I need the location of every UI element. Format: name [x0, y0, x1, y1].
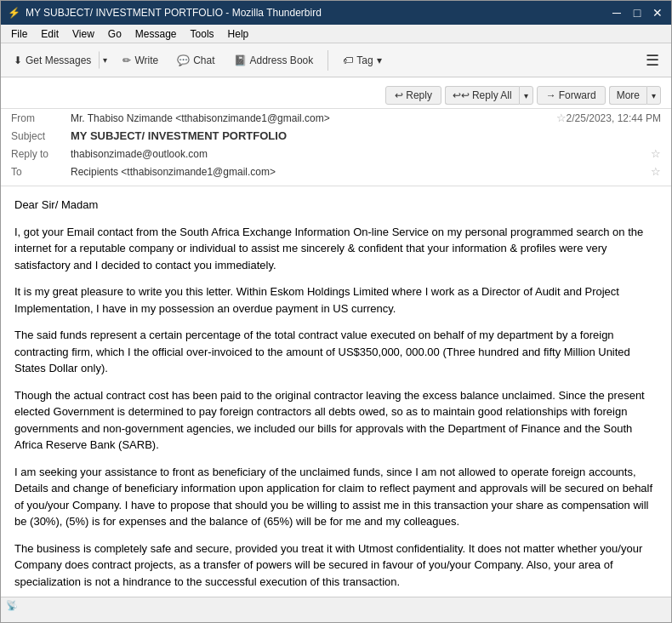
reply-all-label: Reply All: [472, 89, 512, 101]
more-label: More: [617, 89, 640, 101]
chat-button[interactable]: 💬 Chat: [169, 50, 222, 71]
get-messages-icon: ⬇: [14, 54, 22, 66]
from-row: From Mr. Thabiso Nzimande <tthabisonzima…: [1, 109, 671, 127]
menu-view[interactable]: View: [65, 26, 101, 42]
window-title: MY SUBJECT/ INVESTMENT PORTFOLIO - Mozil…: [26, 7, 322, 19]
email-paragraph: I am seeking your assistance to front as…: [14, 464, 658, 530]
address-book-icon: 📓: [234, 54, 247, 66]
reply-button[interactable]: ↩ Reply: [385, 86, 441, 105]
chat-icon: 💬: [177, 54, 190, 66]
forward-icon: →: [546, 89, 556, 101]
app-icon: ⚡: [8, 7, 20, 19]
from-star-icon[interactable]: ☆: [556, 111, 567, 124]
status-icon: 📡: [6, 600, 18, 611]
subject-label: Subject: [11, 130, 71, 142]
reply-to-label: Reply to: [11, 148, 71, 160]
minimize-button[interactable]: ─: [610, 6, 624, 20]
to-value: Recipients <tthabisonzimande1@gmail.com>: [71, 166, 647, 178]
header-actions-row: ↩ Reply ↩↩ Reply All ▾ → Forward More ▾: [1, 83, 671, 109]
title-bar-left: ⚡ MY SUBJECT/ INVESTMENT PORTFOLIO - Moz…: [8, 7, 322, 19]
reply-all-button[interactable]: ↩↩ Reply All: [445, 86, 519, 105]
email-paragraph: Though the actual contract cost has been…: [14, 387, 658, 454]
reply-all-arrow[interactable]: ▾: [519, 86, 533, 105]
forward-button[interactable]: → Forward: [537, 86, 606, 105]
status-bar: 📡: [1, 597, 671, 614]
subject-row: Subject MY SUBJECT/ INVESTMENT PORTFOLIO: [1, 127, 671, 145]
from-value: Mr. Thabiso Nzimande <tthabisonzimande1@…: [71, 112, 553, 124]
email-body: Dear Sir/ MadamI, got your Email contact…: [1, 186, 671, 597]
write-label: Write: [134, 54, 158, 66]
menu-bar: File Edit View Go Message Tools Help: [1, 25, 671, 43]
reply-to-value: thabisonzimade@outlook.com: [71, 148, 647, 160]
tag-label: Tag: [356, 54, 373, 66]
menu-help[interactable]: Help: [221, 26, 256, 42]
tag-arrow-icon: ▾: [377, 54, 382, 66]
maximize-button[interactable]: □: [630, 6, 644, 20]
get-messages-arrow[interactable]: ▾: [99, 51, 111, 69]
write-button[interactable]: ✏ Write: [115, 50, 166, 71]
reply-label: Reply: [406, 89, 432, 101]
title-bar: ⚡ MY SUBJECT/ INVESTMENT PORTFOLIO - Moz…: [1, 1, 671, 25]
email-paragraph: The said funds represent a certain perce…: [14, 327, 658, 377]
tag-button[interactable]: 🏷 Tag ▾: [335, 50, 389, 71]
reply-to-row: Reply to thabisonzimade@outlook.com ☆: [1, 145, 671, 163]
to-row: To Recipients <tthabisonzimande1@gmail.c…: [1, 163, 671, 180]
more-dropdown[interactable]: More ▾: [609, 86, 661, 105]
menu-tools[interactable]: Tools: [184, 26, 221, 42]
title-bar-controls[interactable]: ─ □ ✕: [610, 6, 664, 20]
get-messages-button[interactable]: ⬇ Get Messages: [6, 50, 99, 71]
email-paragraph: Dear Sir/ Madam: [14, 197, 658, 214]
to-star-icon[interactable]: ☆: [651, 165, 661, 178]
chat-label: Chat: [193, 54, 214, 66]
email-paragraph: It is my great pleasure to write you thi…: [14, 283, 658, 317]
more-arrow[interactable]: ▾: [646, 86, 661, 105]
email-date: 2/25/2023, 12:44 PM: [567, 112, 661, 124]
hamburger-menu-button[interactable]: ☰: [639, 48, 666, 73]
forward-label: Forward: [559, 89, 596, 101]
reply-all-dropdown[interactable]: ↩↩ Reply All ▾: [445, 86, 533, 105]
to-label: To: [11, 166, 71, 178]
menu-go[interactable]: Go: [101, 26, 128, 42]
address-book-button[interactable]: 📓 Address Book: [226, 50, 322, 71]
close-button[interactable]: ✕: [651, 6, 664, 20]
menu-message[interactable]: Message: [128, 26, 184, 42]
reply-to-star-icon[interactable]: ☆: [651, 147, 661, 160]
get-messages-label: Get Messages: [26, 54, 91, 66]
get-messages-dropdown[interactable]: ⬇ Get Messages ▾: [6, 50, 111, 71]
write-icon: ✏: [122, 54, 131, 66]
from-label: From: [11, 112, 71, 124]
toolbar-separator: [327, 50, 328, 71]
menu-file[interactable]: File: [4, 26, 34, 42]
menu-edit[interactable]: Edit: [34, 26, 65, 42]
email-header: ↩ Reply ↩↩ Reply All ▾ → Forward More ▾ …: [1, 77, 671, 186]
email-paragraph: The business is completely safe and secu…: [14, 540, 658, 591]
email-paragraph: I, got your Email contact from the South…: [14, 224, 658, 274]
reply-all-icon: ↩↩: [453, 89, 470, 101]
more-button[interactable]: More: [609, 86, 646, 105]
subject-value: MY SUBJECT/ INVESTMENT PORTFOLIO: [71, 129, 661, 142]
tag-icon: 🏷: [343, 54, 353, 66]
reply-icon: ↩: [395, 89, 403, 101]
toolbar: ⬇ Get Messages ▾ ✏ Write 💬 Chat 📓 Addres…: [1, 43, 671, 77]
address-book-label: Address Book: [250, 54, 314, 66]
